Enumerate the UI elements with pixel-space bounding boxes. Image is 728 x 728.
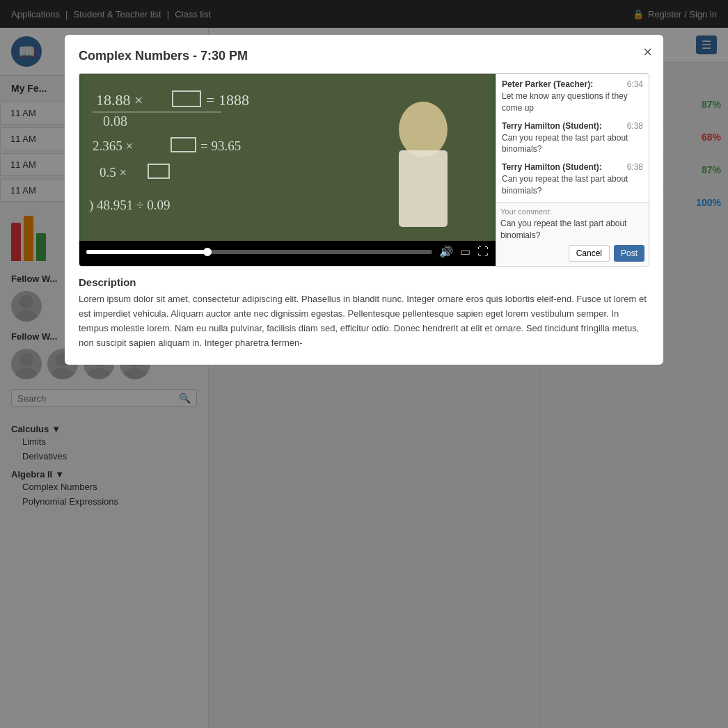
video-controls: 🔊 ▭ ⛶ bbox=[79, 241, 496, 262]
progress-fill bbox=[86, 250, 207, 254]
chat-msg-header-2: Terry Hamilton (Student): 6:38 bbox=[502, 162, 643, 172]
modal: Complex Numbers - 7:30 PM × 18.88 × = 18… bbox=[65, 35, 663, 365]
svg-text:0.5 ×: 0.5 × bbox=[100, 165, 127, 180]
chat-buttons: Cancel Post bbox=[500, 245, 644, 262]
modal-video-row: 18.88 × = 1888 0.08 2.365 × = 93.65 0.5 … bbox=[79, 73, 649, 267]
chat-text-0: Let me know any questions if they come u… bbox=[502, 90, 643, 114]
chat-text-2: Can you repeat the last part about binom… bbox=[502, 173, 643, 197]
chalkboard-svg: 18.88 × = 1888 0.08 2.365 × = 93.65 0.5 … bbox=[79, 74, 496, 241]
chat-message-0: Peter Parker (Teacher): 6:34 Let me know… bbox=[502, 79, 643, 114]
svg-text:= 1888: = 1888 bbox=[206, 91, 249, 109]
chat-panel: Peter Parker (Teacher): 6:34 Let me know… bbox=[496, 74, 649, 266]
chat-input-area: Your comment: Can you repeat the last pa… bbox=[496, 203, 649, 267]
chat-sender-2: Terry Hamilton (Student): bbox=[502, 162, 602, 172]
chat-cancel-button[interactable]: Cancel bbox=[569, 245, 610, 262]
chat-messages: Peter Parker (Teacher): 6:34 Let me know… bbox=[496, 74, 649, 203]
svg-point-11 bbox=[399, 102, 448, 157]
video-section: 18.88 × = 1888 0.08 2.365 × = 93.65 0.5 … bbox=[79, 74, 496, 266]
chat-text-1: Can you repeat the last part about binom… bbox=[502, 132, 643, 156]
chat-message-1: Terry Hamilton (Student): 6:38 Can you r… bbox=[502, 121, 643, 156]
chat-post-button[interactable]: Post bbox=[614, 245, 644, 262]
chat-sender-1: Terry Hamilton (Student): bbox=[502, 121, 602, 131]
svg-text:) 48.951 ÷ 0.09: ) 48.951 ÷ 0.09 bbox=[89, 198, 171, 213]
svg-text:2.365 ×: 2.365 × bbox=[93, 139, 133, 153]
modal-close-button[interactable]: × bbox=[643, 45, 652, 60]
chat-input-label: Your comment: bbox=[500, 207, 644, 216]
chat-message-2: Terry Hamilton (Student): 6:38 Can you r… bbox=[502, 162, 643, 197]
chat-time-0: 6:34 bbox=[627, 79, 643, 89]
modal-description-text: Lorem ipsum dolor sit amet, consectetur … bbox=[79, 292, 649, 350]
progress-bar[interactable] bbox=[86, 250, 432, 254]
chat-time-2: 6:38 bbox=[627, 162, 643, 172]
progress-knob[interactable] bbox=[203, 248, 212, 256]
modal-title: Complex Numbers - 7:30 PM bbox=[79, 49, 649, 63]
svg-text:0.08: 0.08 bbox=[103, 113, 127, 129]
fullscreen-rect-icon[interactable]: ▭ bbox=[460, 245, 470, 258]
svg-rect-12 bbox=[399, 150, 448, 227]
chat-msg-header-0: Peter Parker (Teacher): 6:34 bbox=[502, 79, 643, 89]
chat-time-1: 6:38 bbox=[627, 121, 643, 131]
modal-overlay[interactable]: Complex Numbers - 7:30 PM × 18.88 × = 18… bbox=[0, 0, 728, 728]
svg-text:18.88 ×: 18.88 × bbox=[96, 91, 143, 109]
chat-sender-0: Peter Parker (Teacher): bbox=[502, 79, 593, 89]
fullscreen-icon[interactable]: ⛶ bbox=[477, 246, 489, 258]
svg-text:= 93.65: = 93.65 bbox=[200, 139, 241, 153]
chat-input-text[interactable]: Can you repeat the last part about binom… bbox=[500, 218, 644, 242]
modal-description-title: Description bbox=[79, 276, 649, 288]
chat-msg-header-1: Terry Hamilton (Student): 6:38 bbox=[502, 121, 643, 131]
chalkboard: 18.88 × = 1888 0.08 2.365 × = 93.65 0.5 … bbox=[79, 74, 496, 241]
volume-icon[interactable]: 🔊 bbox=[439, 245, 453, 258]
